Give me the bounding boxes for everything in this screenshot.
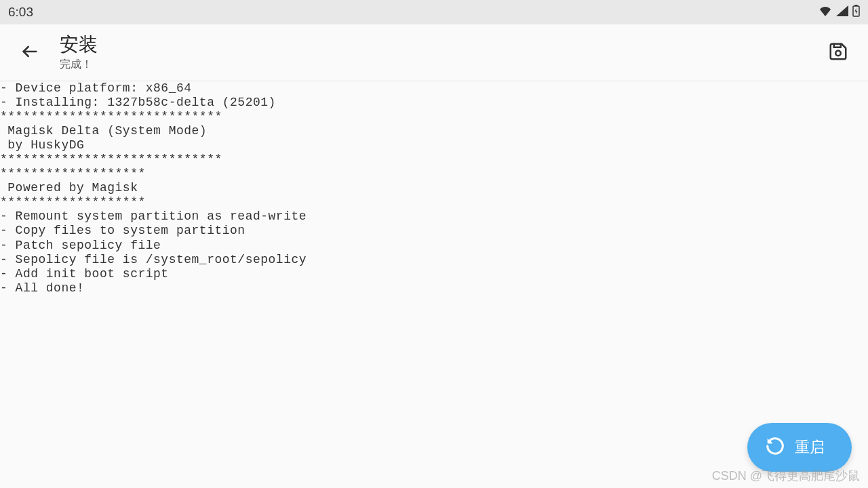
save-button[interactable] [822,37,854,69]
app-header: 安装 完成！ [0,24,868,81]
reboot-icon [765,436,785,459]
save-icon [828,41,848,64]
wifi-icon [818,5,832,19]
reboot-button[interactable]: 重启 [747,423,852,472]
arrow-left-icon [20,42,39,64]
svg-point-3 [835,50,841,56]
page-subtitle: 完成！ [60,58,98,72]
signal-icon [836,5,848,19]
install-log: - Device platform: x86_64 - Installing: … [0,81,868,296]
page-title: 安装 [60,33,98,56]
back-button[interactable] [14,37,46,69]
battery-icon [852,5,860,20]
status-bar: 6:03 [0,0,868,24]
svg-rect-1 [855,5,858,6]
status-time: 6:03 [8,5,33,20]
status-icons [818,5,860,20]
title-group: 安装 完成！ [60,33,98,72]
reboot-label: 重启 [795,437,825,458]
